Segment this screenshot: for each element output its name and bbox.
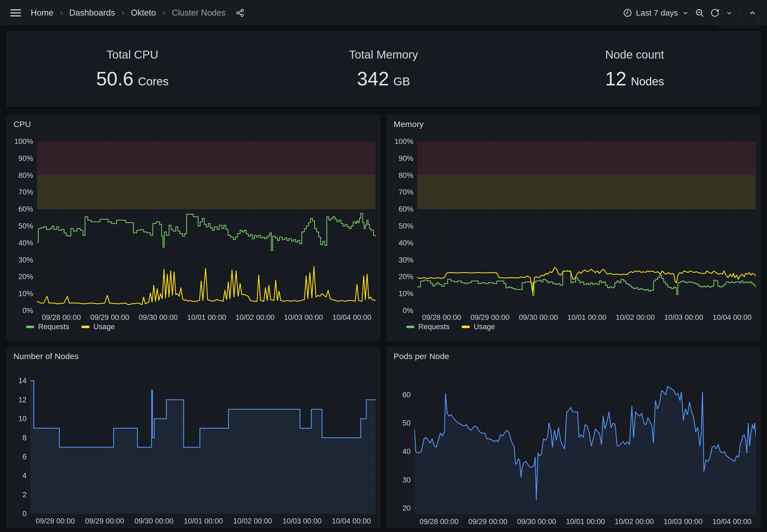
stat-value-row: 342 GB [357, 68, 410, 90]
stat-node-count: Node count 12 Nodes [509, 31, 760, 106]
cpu-legend: RequestsUsage [26, 323, 115, 331]
chevron-right-icon [58, 9, 65, 16]
nodes-y-tick-label: 14 [7, 377, 27, 385]
clock-icon [623, 8, 632, 18]
stat-value: 50.6 [96, 68, 133, 90]
breadcrumb-home[interactable]: Home [31, 8, 53, 18]
time-range-picker[interactable]: Last 7 days [621, 6, 691, 20]
summary-stats-panel: Total CPU 50.6 Cores Total Memory 342 GB… [7, 31, 760, 107]
time-range-label: Last 7 days [636, 8, 678, 18]
nodes-y-tick-label: 8 [7, 434, 27, 442]
hamburger-icon [10, 9, 21, 17]
cpu-panel: CPU 0%10%20%30%40%50%60%70%80%90%100%09/… [7, 115, 380, 341]
caret-up-icon [748, 9, 757, 17]
pods-y-tick-label: 50 [387, 419, 411, 427]
stat-title: Node count [605, 48, 664, 61]
stat-unit: GB [393, 75, 410, 88]
memory-y-tick-label: 10% [387, 290, 413, 298]
breadcrumb-okteto[interactable]: Okteto [131, 8, 156, 18]
memory-legend-requests[interactable]: Requests [406, 323, 449, 331]
cpu-legend-usage[interactable]: Usage [81, 323, 115, 331]
chevron-right-icon [160, 9, 167, 16]
memory-x-tick-label: 10/04 00:00 [702, 313, 762, 322]
cpu-y-tick-label: 0% [7, 307, 33, 315]
menu-toggle-button[interactable] [8, 7, 23, 19]
memory-y-tick-label: 0% [387, 307, 413, 315]
top-navbar: Home Dashboards Okteto Cluster Nodes Las… [0, 0, 767, 26]
legend-label: Requests [38, 323, 69, 331]
chevron-down-icon [726, 9, 733, 16]
stat-total-cpu: Total CPU 50.6 Cores [7, 31, 258, 106]
memory-y-tick-label: 100% [387, 137, 413, 146]
breadcrumb-dashboards[interactable]: Dashboards [69, 8, 115, 18]
memory-y-tick-label: 90% [387, 154, 413, 163]
legend-label: Usage [474, 323, 495, 331]
zoom-out-time-button[interactable] [693, 6, 707, 20]
pods-x-tick-label: 10/04 00:00 [702, 517, 762, 526]
cpu-legend-requests[interactable]: Requests [26, 323, 69, 331]
share-nodes-icon [236, 8, 244, 17]
memory-y-tick-label: 50% [387, 222, 413, 230]
stat-unit: Nodes [631, 75, 664, 88]
magnifier-minus-icon [695, 8, 704, 18]
pods-y-tick-label: 30 [387, 476, 411, 484]
stat-value-row: 12 Nodes [605, 68, 664, 90]
memory-y-tick-label: 30% [387, 256, 413, 264]
nodes-y-tick-label: 6 [7, 453, 27, 461]
pods-y-tick-label: 40 [387, 447, 411, 456]
pods-y-tick-label: 20 [387, 504, 411, 512]
stat-title: Total CPU [106, 48, 158, 61]
collapse-controls-button[interactable] [746, 7, 759, 19]
number-of-nodes-panel-title[interactable]: Number of Nodes [13, 352, 79, 361]
memory-y-tick-label: 40% [387, 239, 413, 247]
cpu-y-tick-label: 100% [7, 137, 33, 146]
scrolled-panel-edge [717, 19, 759, 27]
memory-plot-area[interactable] [417, 141, 756, 311]
stat-total-memory: Total Memory 342 GB [258, 31, 509, 106]
cpu-y-tick-label: 90% [7, 154, 33, 163]
cpu-y-tick-label: 40% [7, 239, 33, 247]
pods-y-tick-label: 60 [387, 391, 411, 399]
nodes-x-tick-label: 10/04 00:00 [321, 517, 382, 525]
cpu-y-tick-label: 60% [7, 205, 33, 213]
refresh-interval-dropdown[interactable] [723, 7, 735, 19]
legend-swatch [26, 326, 34, 328]
breadcrumb: Home Dashboards Okteto Cluster Nodes [31, 8, 226, 18]
stat-title: Total Memory [349, 48, 418, 61]
number-of-nodes-panel: Number of Nodes 0246810121409/28 00:0009… [7, 347, 380, 528]
memory-legend: RequestsUsage [406, 323, 495, 331]
pods-per-node-panel-title[interactable]: Pods per Node [394, 352, 449, 361]
stat-value-row: 50.6 Cores [96, 68, 168, 90]
nodes-y-tick-label: 12 [7, 396, 27, 404]
memory-legend-usage[interactable]: Usage [462, 323, 495, 331]
stat-value: 12 [605, 68, 627, 90]
legend-swatch [406, 326, 414, 328]
memory-panel-title[interactable]: Memory [394, 120, 424, 129]
refresh-button[interactable] [708, 6, 722, 20]
chevron-down-icon [682, 9, 689, 16]
legend-label: Requests [418, 323, 449, 331]
pods-plot-area[interactable] [414, 381, 756, 514]
memory-y-tick-label: 70% [387, 188, 413, 196]
stat-unit: Cores [138, 75, 168, 88]
cpu-y-tick-label: 70% [7, 188, 33, 196]
chevron-right-icon [119, 9, 126, 16]
cpu-y-tick-label: 30% [7, 256, 33, 264]
nodes-plot-area[interactable] [30, 378, 376, 514]
legend-swatch [81, 326, 89, 328]
cpu-y-tick-label: 20% [7, 273, 33, 281]
nodes-y-tick-label: 0 [7, 510, 27, 518]
cpu-plot-area[interactable] [37, 141, 376, 311]
cpu-y-tick-label: 10% [7, 290, 33, 298]
memory-y-tick-label: 60% [387, 205, 413, 213]
cpu-y-tick-label: 50% [7, 222, 33, 230]
memory-y-tick-label: 80% [387, 171, 413, 180]
stat-value: 342 [357, 68, 389, 90]
cpu-panel-title[interactable]: CPU [13, 120, 31, 129]
share-dashboard-button[interactable] [234, 6, 247, 19]
cpu-x-tick-label: 10/04 00:00 [322, 313, 382, 322]
breadcrumb-cluster-nodes: Cluster Nodes [172, 8, 226, 18]
legend-label: Usage [93, 323, 115, 331]
pods-per-node-panel: Pods per Node 203040506009/28 00:0009/29… [387, 347, 760, 528]
refresh-icon [710, 8, 720, 18]
